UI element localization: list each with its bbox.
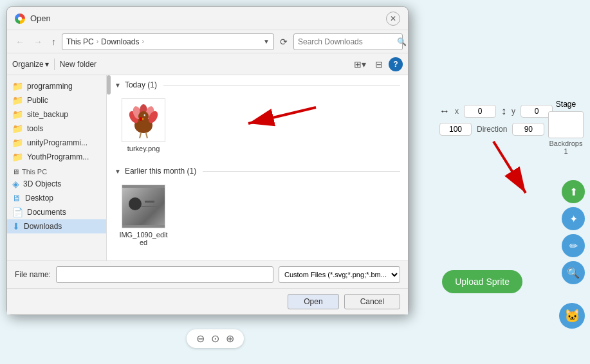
img1090-filename: IMG_1090_edited [118, 231, 169, 246]
nav-bar: ← → ↑ This PC › Downloads › ▼ ⟳ 🔍 [7, 30, 408, 53]
up-button[interactable]: ↑ [48, 35, 59, 48]
sidebar-item-label-tools: tools [27, 124, 43, 133]
organize-label: Organize [12, 60, 44, 69]
refresh-button[interactable]: ⟳ [277, 35, 291, 48]
breadcrumb-sep-1: › [97, 38, 98, 45]
upload-icon-button[interactable]: ⬆ [562, 180, 585, 203]
sidebar-item-label-youth: YouthProgramm... [27, 152, 89, 161]
breadcrumb-item-1: This PC [66, 37, 94, 46]
folder-icon-programming: 📁 [12, 81, 23, 91]
upload-sprite-button[interactable]: Upload Sprite [442, 270, 522, 293]
toolbar-row: Organize ▾ New folder ⊞▾ ⊟ ? [7, 53, 408, 75]
paint-icon-button[interactable]: ✏ [562, 234, 585, 257]
today-label: Today (1) [125, 80, 157, 89]
sidebar-item-label-downloads: Downloads [24, 222, 62, 231]
direction-label: Direction [477, 125, 507, 134]
earlier-label: Earlier this month (1) [125, 167, 196, 176]
y-axis-icon: ↕ [501, 105, 506, 117]
zoom-reset-button[interactable]: ⊙ [211, 332, 219, 345]
breadcrumb[interactable]: This PC › Downloads › ▼ [62, 33, 274, 50]
sidebar-item-label-desktop: Desktop [25, 194, 53, 203]
toolbar-right: ⊞▾ ⊟ ? [351, 57, 403, 71]
toolbar-divider-1 [54, 59, 55, 70]
zoom-controls: ⊖ ⊙ ⊕ [187, 329, 244, 348]
back-button[interactable]: ← [12, 35, 28, 48]
magic-icon-button[interactable]: ✦ [562, 207, 585, 230]
view-toggle-button[interactable]: ⊞▾ [351, 57, 369, 71]
zoom-out-button[interactable]: ⊖ [196, 332, 205, 345]
svg-line-16 [146, 133, 147, 138]
open-file-dialog: Open ✕ ← → ↑ This PC › Downloads › ▼ ⟳ 🔍… [6, 6, 409, 315]
filename-input[interactable] [56, 266, 273, 283]
organize-dropdown-icon: ▾ [45, 60, 49, 69]
x-label: x [455, 107, 459, 116]
sidebar-item-unity[interactable]: 📁 unityProgrammi... [7, 136, 106, 150]
sidebar-item-desktop[interactable]: 🖥 Desktop [7, 191, 106, 205]
sidebar-item-public[interactable]: 📁 Public [7, 93, 106, 107]
forward-button[interactable]: → [30, 35, 46, 48]
new-folder-button[interactable]: New folder [60, 60, 97, 69]
sidebar-item-documents[interactable]: 📄 Documents [7, 205, 106, 219]
today-files: turkey.png [115, 95, 400, 156]
main-content: 📁 programming 📁 Public 📁 site_backup 📁 t… [7, 75, 408, 260]
size-value[interactable]: 100 [439, 123, 472, 136]
help-button[interactable]: ? [389, 57, 403, 71]
today-section-header: ▼ Today (1) [115, 80, 400, 89]
cancel-button[interactable]: Cancel [344, 294, 400, 309]
stage-label: Stage [548, 100, 584, 109]
file-item-img1090[interactable]: IMG_1090_edited [115, 181, 172, 250]
documents-icon: 📄 [12, 207, 23, 217]
filename-label: File name: [15, 270, 51, 279]
earlier-toggle[interactable]: ▼ [115, 168, 121, 175]
pane-button[interactable]: ⊟ [372, 57, 386, 71]
svg-line-15 [140, 133, 141, 138]
action-bar: Open Cancel [7, 288, 408, 314]
search-submit-button[interactable]: 🔍 [397, 37, 407, 46]
sidebar: 📁 programming 📁 Public 📁 site_backup 📁 t… [7, 75, 107, 260]
this-pc-header: 🖥 This PC [7, 164, 106, 177]
sidebar-item-label-3d: 3D Objects [23, 179, 61, 188]
this-pc-label: This PC [22, 168, 47, 176]
chrome-icon [15, 14, 25, 24]
sidebar-scrollbar-thumb[interactable] [107, 75, 111, 95]
zoom-in-button[interactable]: ⊕ [226, 332, 234, 345]
breadcrumb-dropdown-button[interactable]: ▼ [263, 38, 270, 45]
x-value[interactable]: 0 [464, 105, 496, 118]
direction-value[interactable]: 90 [512, 123, 544, 136]
earlier-divider [203, 171, 400, 172]
sidebar-item-youth[interactable]: 📁 YouthProgramm... [7, 150, 106, 164]
sidebar-item-tools[interactable]: 📁 tools [7, 122, 106, 136]
sidebar-item-label-programming: programming [27, 82, 73, 91]
desktop-icon: 🖥 [12, 193, 21, 203]
svg-line-1 [493, 141, 526, 193]
sidebar-item-site-backup[interactable]: 📁 site_backup [7, 107, 106, 122]
folder-icon-site-backup: 📁 [12, 109, 23, 120]
cat-button[interactable]: 🐱 [559, 303, 585, 329]
earlier-section-header: ▼ Earlier this month (1) [115, 167, 400, 176]
sidebar-item-3d-objects[interactable]: ◈ 3D Objects [7, 177, 106, 191]
sidebar-item-downloads[interactable]: ⬇ Downloads [7, 219, 106, 233]
svg-point-14 [140, 117, 142, 121]
sidebar-item-label-unity: unityProgrammi... [27, 138, 88, 147]
sidebar-item-label-public: Public [27, 96, 48, 105]
file-area: ▼ Today (1) [107, 75, 408, 260]
search-icon-button[interactable]: 🔍 [562, 261, 585, 284]
backdrops-label: Backdrops [548, 140, 584, 147]
stage-preview[interactable] [548, 111, 584, 138]
open-button[interactable]: Open [288, 294, 338, 309]
title-bar-left: Open [15, 14, 51, 24]
downloads-icon: ⬇ [12, 221, 20, 232]
today-toggle[interactable]: ▼ [115, 82, 121, 89]
file-item-turkey[interactable]: turkey.png [115, 95, 172, 156]
earlier-files: IMG_1090_edited [115, 181, 400, 250]
breadcrumb-item-2: Downloads [101, 37, 139, 46]
dialog-close-button[interactable]: ✕ [386, 12, 400, 26]
filetype-select[interactable]: Custom Files (*.svg;*.png;*.bm... [279, 266, 400, 283]
filename-bar: File name: Custom Files (*.svg;*.png;*.b… [7, 260, 408, 288]
search-input[interactable] [298, 37, 394, 46]
y-label: y [512, 107, 515, 116]
organize-button[interactable]: Organize ▾ [12, 60, 49, 69]
3d-objects-icon: ◈ [12, 179, 19, 189]
sidebar-item-programming[interactable]: 📁 programming [7, 79, 106, 93]
svg-point-12 [145, 114, 145, 115]
